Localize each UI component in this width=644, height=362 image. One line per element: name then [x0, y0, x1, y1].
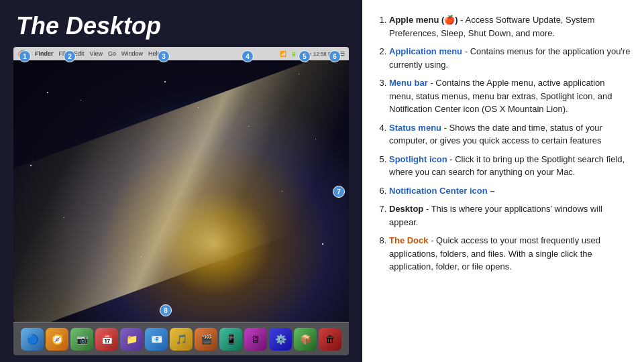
finder-label: Finder [35, 50, 54, 57]
dock-icon-4: 📅 [95, 328, 118, 351]
list-item-1: Apple menu (🍎) - Access Software Update,… [389, 13, 631, 40]
dock-icon-5: 📁 [120, 328, 143, 351]
mac-screenshot: 🍎 Finder File Edit View Go Window Help 📶… [13, 47, 349, 355]
dock-icon-2: 🧭 [46, 328, 68, 351]
dock-icon-9: 📱 [219, 328, 242, 351]
dock-icon-12: 📦 [294, 328, 317, 351]
callout-4: 4 [241, 50, 254, 62]
item-2-label: Application menu [389, 46, 462, 56]
dock-icon-3: 📷 [70, 328, 93, 351]
callout-8: 8 [160, 304, 172, 316]
list-item-2: Application menu - Contains menus for th… [389, 45, 631, 71]
callout-3: 3 [158, 50, 170, 62]
item-7-label: Desktop [389, 204, 423, 214]
mac-dock: 🔵 🧭 📷 📅 📁 📧 🎵 🎬 📱 🖥 ⚙️ 📦 🗑 [13, 322, 349, 355]
list-item-5: Spotlight icon - Click it to bring up th… [389, 153, 631, 179]
list-item-6: Notification Center icon – [389, 184, 631, 198]
dock-icon-8: 🎬 [195, 328, 217, 351]
list-item-7: Desktop - This is where your application… [389, 202, 631, 229]
dock-icon-13: 🗑 [319, 328, 341, 351]
go-menu: Go [108, 50, 116, 57]
description-list: Apple menu (🍎) - Access Software Update,… [376, 13, 631, 274]
dock-icon-11: ⚙️ [269, 328, 292, 351]
callout-5: 5 [299, 50, 311, 62]
callout-7: 7 [333, 186, 345, 198]
dock-icon-finder: 🔵 [21, 328, 44, 351]
notification-center-icon: ☰ [340, 51, 345, 57]
dock-icon-10: 🖥 [244, 328, 267, 351]
item-4-label: Status menu [389, 123, 441, 133]
window-menu: Window [121, 50, 143, 57]
item-8-label: The Dock [389, 235, 429, 245]
list-item-8: The Dock - Quick access to your most fre… [389, 234, 631, 274]
galaxy-background [13, 60, 349, 322]
list-item-4: Status menu - Shows the date and time, s… [389, 121, 631, 147]
item-6-label: Notification Center icon – [389, 186, 494, 196]
left-panel: The Desktop 🍎 Finder File Edit View Go W… [0, 0, 362, 362]
callout-1: 1 [19, 50, 31, 62]
right-panel: Apple menu (🍎) - Access Software Update,… [362, 0, 644, 362]
item-1-label: Apple menu (🍎) [389, 15, 458, 25]
wifi-icon: 📶 [280, 51, 286, 57]
callout-6: 6 [329, 50, 341, 62]
callout-2: 2 [64, 50, 76, 62]
dock-icon-6: 📧 [145, 328, 168, 351]
battery-icon: 🔋 [290, 51, 297, 57]
item-5-label: Spotlight icon [389, 154, 447, 164]
dock-icon-7: 🎵 [170, 328, 193, 351]
stars-layer [13, 60, 349, 322]
view-menu: View [90, 50, 103, 57]
list-item-3: Menu bar - Contains the Apple menu, acti… [389, 76, 631, 116]
item-3-label: Menu bar [389, 78, 428, 88]
slide-title: The Desktop [0, 0, 362, 47]
